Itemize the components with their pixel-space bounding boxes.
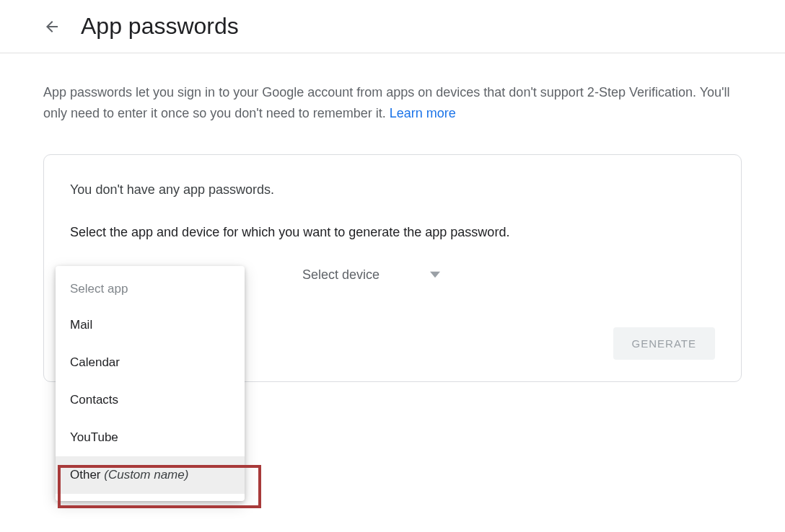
dropdown-item-mail[interactable]: Mail <box>56 306 245 344</box>
dropdown-item-other-suffix: (Custom name) <box>101 468 189 482</box>
no-passwords-text: You don't have any app passwords. <box>70 182 715 198</box>
page-title: App passwords <box>81 13 239 40</box>
chevron-down-icon <box>430 268 440 281</box>
select-device-dropdown[interactable]: Select device <box>302 262 440 288</box>
dropdown-item-youtube[interactable]: YouTube <box>56 419 245 456</box>
arrow-left-icon <box>43 18 61 35</box>
select-app-header: Select app <box>56 273 245 306</box>
select-app-dropdown: Select app Mail Calendar Contacts YouTub… <box>56 266 245 501</box>
description-text: App passwords let you sign in to your Go… <box>43 82 742 124</box>
dropdown-item-calendar[interactable]: Calendar <box>56 344 245 381</box>
dropdown-item-other-label: Other <box>70 468 101 482</box>
back-button[interactable] <box>43 18 61 35</box>
app-passwords-card: You don't have any app passwords. Select… <box>43 154 742 382</box>
generate-button[interactable]: GENERATE <box>613 327 715 360</box>
dropdown-item-contacts[interactable]: Contacts <box>56 381 245 419</box>
description-body: App passwords let you sign in to your Go… <box>43 85 729 120</box>
learn-more-link[interactable]: Learn more <box>390 106 456 120</box>
select-device-label: Select device <box>302 267 380 283</box>
instruction-text: Select the app and device for which you … <box>70 225 715 240</box>
dropdown-item-other[interactable]: Other (Custom name) <box>56 456 245 494</box>
